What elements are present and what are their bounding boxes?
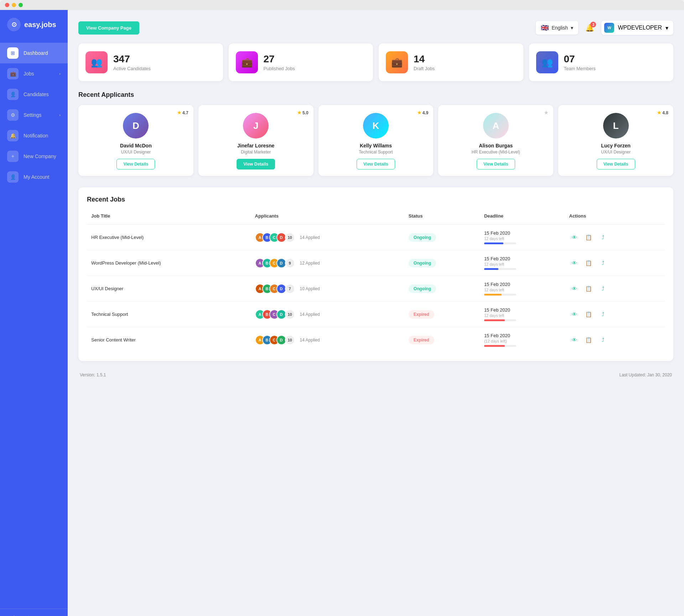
job-title-cell: Technical Support bbox=[87, 302, 251, 327]
share-icon[interactable]: ⤴ bbox=[598, 283, 608, 294]
edit-icon[interactable]: 📋 bbox=[584, 258, 594, 268]
sidebar-item-label: Notification bbox=[24, 133, 48, 139]
chevron-down-icon: ▾ bbox=[571, 25, 573, 31]
status-badge: Expired bbox=[409, 310, 434, 319]
view-icon[interactable]: 👁 bbox=[569, 335, 580, 345]
company-badge[interactable]: W WPDEVELOPER ▾ bbox=[601, 21, 673, 35]
applicants-cell: ABCD10 14 Applied bbox=[251, 225, 404, 250]
view-details-btn-4[interactable]: View Details bbox=[477, 159, 515, 169]
last-updated-label: Last Updated: Jan 30, 2020 bbox=[620, 372, 672, 377]
published-stat-icon: 💼 bbox=[236, 51, 258, 73]
status-badge: Ongoing bbox=[409, 233, 436, 242]
language-selector[interactable]: 🇬🇧 English ▾ bbox=[536, 21, 578, 35]
table-row: Senior Content Writer ABCD10 14 Applied … bbox=[87, 327, 665, 353]
edit-icon[interactable]: 📋 bbox=[584, 232, 594, 243]
view-company-button[interactable]: View Company Page bbox=[78, 21, 139, 35]
edit-icon[interactable]: 📋 bbox=[584, 283, 594, 294]
sidebar: ⊙ easy.jobs ⊞ Dashboard 💼 Jobs › 👤 Candi… bbox=[0, 10, 68, 616]
applicant-avatars: ABCD10 bbox=[255, 233, 295, 242]
status-badge: Ongoing bbox=[409, 259, 436, 267]
sidebar-item-notification[interactable]: 🔔 Notification bbox=[0, 125, 68, 146]
dashboard-icon: ⊞ bbox=[7, 47, 19, 59]
chevron-right-icon: › bbox=[59, 72, 61, 76]
deadline-sub: 12 days left bbox=[484, 288, 561, 292]
sidebar-item-new-company[interactable]: ＋ New Company bbox=[0, 146, 68, 167]
sidebar-item-jobs[interactable]: 💼 Jobs › bbox=[0, 63, 68, 84]
job-title-cell: UX/UI Designer bbox=[87, 276, 251, 302]
team-stat-icon: 👥 bbox=[536, 51, 558, 73]
applicant-name-2: Jinefar Loresne bbox=[204, 143, 308, 148]
logout-label: Logout bbox=[14, 615, 29, 616]
sidebar-item-candidates[interactable]: 👤 Candidates bbox=[0, 84, 68, 105]
progress-bar bbox=[484, 268, 499, 270]
job-title-cell: WordPress Developer (Mid-Level) bbox=[87, 250, 251, 276]
star-icon: ★ bbox=[297, 110, 301, 115]
topbar: View Company Page 🇬🇧 English ▾ 🔔 3 W WPD… bbox=[78, 21, 673, 35]
status-badge: Ongoing bbox=[409, 284, 436, 293]
sidebar-item-settings[interactable]: ⚙ Settings › bbox=[0, 105, 68, 125]
rating-badge-2: ★ 5.0 bbox=[297, 110, 309, 115]
applicant-role-3: Technical Support bbox=[324, 150, 428, 155]
candidates-icon: 👤 bbox=[7, 89, 19, 100]
action-icons: 👁 📋 ⤴ bbox=[569, 283, 661, 294]
applicants-cell: ABCD10 14 Applied bbox=[251, 327, 404, 353]
avatar-count: 10 bbox=[285, 335, 295, 345]
star-icon: ★ bbox=[544, 110, 548, 115]
jobs-icon: 💼 bbox=[7, 68, 19, 79]
applicant-card-5: ★ 4.8 L Lucy Forzen UX/UI Designer View … bbox=[558, 105, 673, 176]
status-badge: Expired bbox=[409, 336, 434, 344]
notification-icon: 🔔 bbox=[7, 130, 19, 141]
view-icon[interactable]: 👁 bbox=[569, 283, 580, 294]
share-icon[interactable]: ⤴ bbox=[598, 232, 608, 243]
view-details-btn-2[interactable]: View Details bbox=[237, 159, 275, 169]
logout-button[interactable]: ⎋ Logout bbox=[7, 615, 61, 616]
job-title-cell: Senior Content Writer bbox=[87, 327, 251, 353]
rating-value-5: 4.8 bbox=[662, 110, 668, 115]
sidebar-item-label: New Company bbox=[24, 153, 56, 159]
view-icon[interactable]: 👁 bbox=[569, 258, 580, 268]
sidebar-item-my-account[interactable]: 👤 My Account bbox=[0, 167, 68, 187]
minimize-dot[interactable] bbox=[12, 3, 16, 7]
sidebar-item-dashboard[interactable]: ⊞ Dashboard bbox=[0, 43, 68, 63]
window-chrome bbox=[0, 0, 684, 10]
close-dot[interactable] bbox=[5, 3, 9, 7]
progress-bar-wrap bbox=[484, 268, 516, 270]
avatar-placeholder-3: K bbox=[363, 113, 389, 139]
page-footer: Version: 1.5.1 Last Updated: Jan 30, 202… bbox=[78, 367, 673, 379]
col-applicants: Applicants bbox=[251, 210, 404, 225]
settings-icon: ⚙ bbox=[7, 109, 19, 121]
applied-count: 10 Applied bbox=[300, 286, 320, 291]
share-icon[interactable]: ⤴ bbox=[598, 258, 608, 268]
stat-card-candidates: 👥 347 Active Candidates bbox=[78, 43, 223, 81]
action-icons: 👁 📋 ⤴ bbox=[569, 309, 661, 320]
progress-bar bbox=[484, 294, 502, 296]
edit-icon[interactable]: 📋 bbox=[584, 309, 594, 320]
applicant-avatar-5: L bbox=[603, 113, 629, 139]
rating-value-1: 4.7 bbox=[182, 110, 188, 115]
view-details-btn-3[interactable]: View Details bbox=[357, 159, 395, 169]
share-icon[interactable]: ⤴ bbox=[598, 309, 608, 320]
applied-count: 12 Applied bbox=[300, 261, 320, 266]
app-name: easy.jobs bbox=[24, 21, 56, 29]
jobs-table: Job Title Applicants Status Deadline Act… bbox=[87, 210, 665, 353]
applicant-name-4: Alison Burgas bbox=[444, 143, 548, 148]
candidates-stat-icon: 👥 bbox=[86, 51, 108, 73]
applicant-avatar-4: A bbox=[483, 113, 509, 139]
view-icon[interactable]: 👁 bbox=[569, 309, 580, 320]
avatar-placeholder-5: L bbox=[603, 113, 629, 139]
progress-bar-wrap bbox=[484, 345, 516, 347]
deadline-cell: 15 Feb 2020 12 days left bbox=[480, 225, 565, 250]
deadline-date: 15 Feb 2020 bbox=[484, 307, 561, 313]
view-details-btn-1[interactable]: View Details bbox=[116, 159, 155, 169]
share-icon[interactable]: ⤴ bbox=[598, 335, 608, 345]
deadline-date: 15 Feb 2020 bbox=[484, 333, 561, 338]
view-details-btn-5[interactable]: View Details bbox=[597, 159, 635, 169]
actions-cell: 👁 📋 ⤴ bbox=[565, 327, 665, 353]
notification-bell[interactable]: 🔔 3 bbox=[585, 24, 594, 32]
edit-icon[interactable]: 📋 bbox=[584, 335, 594, 345]
view-icon[interactable]: 👁 bbox=[569, 232, 580, 243]
deadline-cell: 15 Feb 2020 12 days left bbox=[480, 276, 565, 302]
rating-value-2: 5.0 bbox=[302, 110, 309, 115]
star-icon: ★ bbox=[657, 110, 661, 115]
maximize-dot[interactable] bbox=[19, 3, 23, 7]
